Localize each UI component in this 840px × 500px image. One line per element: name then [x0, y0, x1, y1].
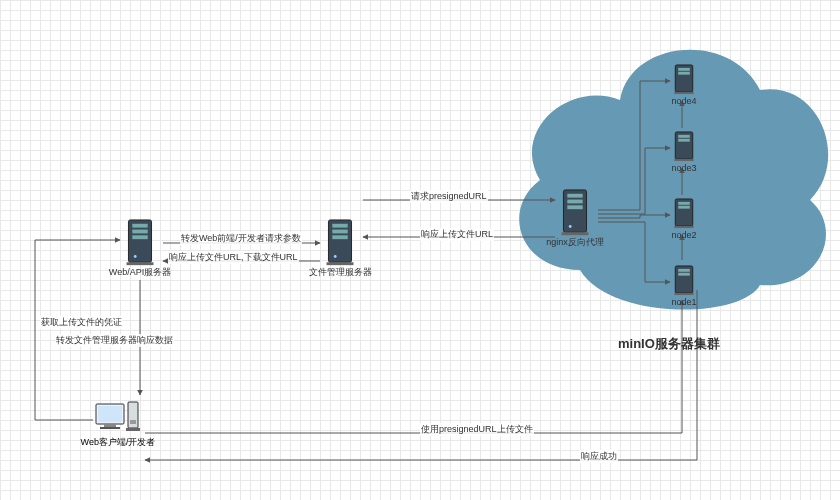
svg-point-4	[134, 255, 137, 258]
svg-rect-7	[332, 224, 347, 228]
svg-rect-36	[104, 424, 116, 427]
node2: node2	[670, 198, 698, 240]
filemgr-server-label: 文件管理服务器	[309, 268, 372, 278]
node4-label: node4	[671, 96, 696, 106]
svg-rect-21	[674, 92, 693, 94]
svg-rect-19	[678, 68, 690, 71]
svg-rect-14	[567, 200, 582, 204]
edge-label-nginx-filemgr: 响应上传文件URL	[420, 228, 494, 241]
webapi-server: Web/API服务器	[120, 218, 160, 278]
svg-rect-38	[128, 402, 138, 428]
svg-rect-32	[678, 273, 690, 276]
svg-rect-9	[332, 235, 347, 239]
svg-rect-17	[562, 232, 589, 235]
svg-rect-39	[130, 420, 136, 424]
node1-label: node1	[671, 297, 696, 307]
svg-rect-24	[678, 139, 690, 142]
svg-rect-35	[98, 406, 122, 422]
node2-label: node2	[671, 230, 696, 240]
webapi-server-label: Web/API服务器	[109, 268, 171, 278]
svg-rect-15	[567, 205, 582, 209]
svg-rect-25	[674, 159, 693, 161]
web-client-label: Web客户端/开发者	[81, 438, 156, 448]
svg-rect-27	[678, 202, 690, 205]
minio-cluster-cloud	[490, 0, 840, 350]
cluster-title: minIO服务器集群	[618, 335, 720, 353]
svg-rect-29	[674, 226, 693, 228]
svg-rect-31	[678, 269, 690, 272]
edge-label-webapi-client: 转发文件管理服务器响应数据	[55, 334, 174, 347]
edge-label-client-node1: 使用presignedURL上传文件	[420, 423, 534, 436]
svg-rect-13	[567, 194, 582, 198]
edge-label-filemgr-webapi: 响应上传文件URL,下载文件URL	[168, 251, 299, 264]
node4: node4	[670, 64, 698, 106]
svg-rect-33	[674, 293, 693, 295]
svg-rect-23	[678, 135, 690, 138]
filemgr-server: 文件管理服务器	[320, 218, 360, 278]
svg-point-16	[569, 225, 572, 228]
node1: node1	[670, 265, 698, 307]
edge-label-client-webapi: 获取上传文件的凭证	[40, 316, 123, 329]
edge-label-filemgr-nginx: 请求presignedURL	[410, 190, 488, 203]
nginx-server-label: nginx反向代理	[546, 238, 604, 248]
nginx-server: nginx反向代理	[555, 188, 595, 248]
node3: node3	[670, 131, 698, 173]
svg-rect-5	[127, 262, 154, 265]
web-client: Web客户端/开发者	[93, 400, 143, 450]
svg-rect-28	[678, 206, 690, 209]
svg-rect-3	[132, 235, 147, 239]
svg-rect-40	[126, 428, 140, 431]
svg-rect-2	[132, 230, 147, 234]
svg-rect-20	[678, 72, 690, 75]
node3-label: node3	[671, 163, 696, 173]
svg-rect-11	[327, 262, 354, 265]
svg-rect-37	[100, 427, 120, 429]
edge-label-webapi-filemgr: 转发Web前端/开发者请求参数	[180, 232, 302, 245]
edge-label-node1-client: 响应成功	[580, 450, 618, 463]
svg-point-10	[334, 255, 337, 258]
svg-rect-8	[332, 230, 347, 234]
svg-rect-1	[132, 224, 147, 228]
